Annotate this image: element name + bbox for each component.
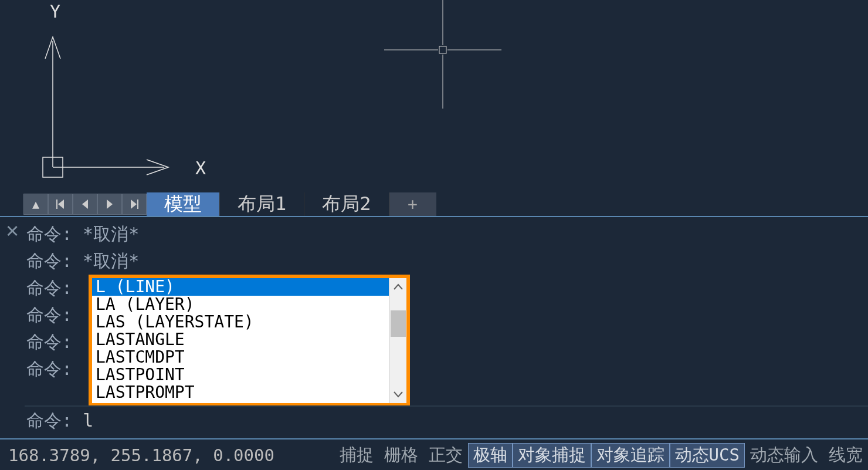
autocomplete-item[interactable]: LASTCMDPT — [92, 349, 389, 366]
scroll-track[interactable] — [389, 296, 406, 386]
status-otrack-toggle[interactable]: 对象追踪 — [591, 443, 670, 468]
status-lineweight-toggle[interactable]: 线宽 — [823, 443, 868, 468]
autocomplete-scrollbar[interactable] — [389, 278, 406, 403]
status-polar-toggle[interactable]: 极轴 — [468, 443, 513, 468]
svg-text:X: X — [195, 158, 206, 178]
command-autocomplete-popup: L (LINE) LA (LAYER) LAS (LAYERSTATE) LAS… — [89, 275, 410, 407]
command-input-value[interactable]: l — [83, 410, 93, 431]
scroll-thumb[interactable] — [391, 310, 406, 337]
status-ducs-toggle[interactable]: 动态UCS — [670, 443, 745, 468]
tab-layout1[interactable]: 布局1 — [220, 192, 304, 216]
close-icon[interactable]: ✕ — [1, 218, 23, 241]
command-history-line: 命令: *取消* — [26, 221, 868, 248]
svg-marker-13 — [107, 200, 113, 209]
status-bar: 168.3789, 255.1867, 0.0000 捕捉 栅格 正交 极轴 对… — [0, 440, 868, 470]
autocomplete-item[interactable]: L (LINE) — [92, 278, 389, 296]
tab-up-icon[interactable]: ▲ — [23, 194, 48, 215]
scroll-down-icon[interactable] — [389, 386, 406, 403]
status-ortho-toggle[interactable]: 正交 — [423, 443, 468, 468]
svg-rect-9 — [439, 46, 446, 53]
autocomplete-item[interactable]: LAS (LAYERSTATE) — [92, 313, 389, 331]
autocomplete-item[interactable]: LASTPOINT — [92, 366, 389, 384]
drawing-viewport[interactable]: Y X — [0, 0, 868, 192]
tab-layout2[interactable]: 布局2 — [304, 192, 389, 216]
tab-add-button[interactable]: + — [389, 192, 436, 216]
tab-last-icon[interactable] — [122, 194, 147, 215]
scroll-up-icon[interactable] — [389, 278, 406, 296]
svg-marker-12 — [82, 200, 88, 209]
status-grid-toggle[interactable]: 栅格 — [379, 443, 423, 468]
svg-text:Y: Y — [50, 3, 60, 22]
status-dyninput-toggle[interactable]: 动态输入 — [745, 443, 823, 468]
status-snap-toggle[interactable]: 捕捉 — [334, 443, 379, 468]
autocomplete-item[interactable]: LASTANGLE — [92, 331, 389, 349]
cursor-coordinates: 168.3789, 255.1867, 0.0000 — [0, 445, 274, 465]
layout-tab-bar: ▲ 模型 布局1 布局2 + — [23, 192, 436, 216]
divider — [25, 405, 868, 407]
svg-marker-14 — [131, 200, 137, 209]
svg-marker-11 — [58, 200, 64, 209]
crosshair-cursor — [378, 0, 507, 120]
tab-model[interactable]: 模型 — [147, 192, 220, 216]
status-osnap-toggle[interactable]: 对象捕捉 — [513, 443, 591, 468]
tab-prev-icon[interactable] — [73, 194, 97, 215]
command-history-line: 命令: *取消* — [26, 248, 868, 275]
ucs-icon: Y X — [32, 3, 208, 185]
tab-first-icon[interactable] — [48, 194, 73, 215]
command-input-label: 命令: — [26, 410, 72, 431]
status-toggle-group: 捕捉 栅格 正交 极轴 对象捕捉 对象追踪 动态UCS 动态输入 线宽 — [334, 443, 868, 468]
divider — [0, 438, 868, 439]
autocomplete-list[interactable]: L (LINE) LA (LAYER) LAS (LAYERSTATE) LAS… — [92, 278, 389, 403]
tab-next-icon[interactable] — [97, 194, 122, 215]
autocomplete-item[interactable]: LA (LAYER) — [92, 296, 389, 313]
autocomplete-item[interactable]: LASTPROMPT — [92, 384, 389, 401]
command-input-row[interactable]: 命令: l — [26, 407, 868, 434]
